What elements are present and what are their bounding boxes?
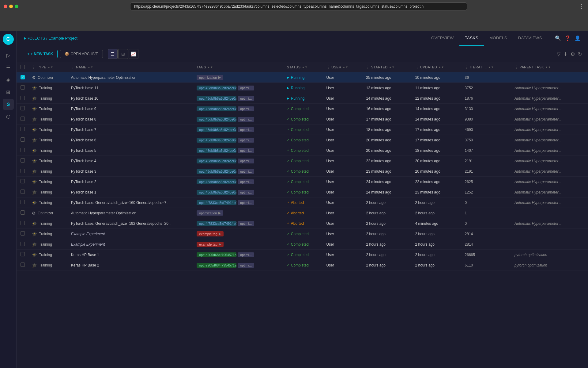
row-parent-task-cell[interactable]: Automatic Hyperparameter ... (511, 114, 588, 125)
tag-badge[interactable]: optimi... (238, 106, 254, 111)
row-checkbox-cell[interactable] (17, 229, 29, 239)
row-name-cell[interactable]: Keras HP Base 1 (68, 250, 194, 260)
row-parent-task-cell[interactable]: pytorch optimization (511, 260, 588, 270)
col-options-user-icon[interactable]: ⋮ (326, 65, 330, 69)
row-checkbox-cell[interactable] (17, 93, 29, 104)
sidebar-item-models[interactable]: ⊞ (3, 86, 14, 98)
tag-badge[interactable]: optimization ▶ (197, 75, 223, 80)
tab-overview[interactable]: OVERVIEW (426, 31, 459, 46)
row-parent-task-cell[interactable]: Automatic Hyperparameter ... (511, 218, 588, 229)
row-checkbox[interactable] (21, 263, 25, 267)
maximize-window-button[interactable] (15, 5, 18, 8)
open-archive-button[interactable]: 📦 OPEN ARCHIVE (60, 50, 103, 58)
row-parent-task-cell[interactable]: Automatic Hyperparameter ... (511, 83, 588, 93)
row-parent-task-cell[interactable]: Automatic Hyperparameter ... (511, 145, 588, 156)
header-name[interactable]: ⋮ NAME ▲▼ (68, 62, 194, 72)
row-checkbox-cell[interactable] (17, 145, 29, 156)
row-checkbox-cell[interactable] (17, 156, 29, 166)
header-tags[interactable]: TAGS ▲▼ (194, 62, 284, 72)
row-name-cell[interactable]: PyTorch base 8 (68, 114, 194, 125)
row-parent-task-cell[interactable]: Automatic Hyperparameter ... (511, 156, 588, 166)
breadcrumb-project-name[interactable]: Example Project (48, 36, 77, 40)
tag-badge[interactable]: opt: 48db0b8a6c824ce0ab06... (197, 127, 236, 132)
row-parent-task-cell[interactable]: Automatic Hyperparameter ... (511, 125, 588, 135)
search-icon[interactable]: 🔍 (555, 35, 561, 41)
tag-badge[interactable]: opt: 48db0b8a6c824ce0ab06... (197, 96, 236, 101)
tag-badge[interactable]: optimi... (238, 86, 254, 90)
row-parent-task-cell[interactable] (511, 229, 588, 239)
tag-badge[interactable]: optimi... (238, 263, 254, 268)
close-window-button[interactable] (4, 5, 7, 8)
row-name-cell[interactable]: PyTorch base 7 (68, 125, 194, 135)
row-checkbox-cell[interactable] (17, 114, 29, 125)
row-parent-task-cell[interactable] (511, 208, 588, 218)
tag-badge[interactable]: optimi... (238, 200, 254, 205)
sidebar-item-datasets[interactable]: ◈ (3, 74, 14, 85)
new-task-button[interactable]: + + NEW TASK (23, 50, 58, 58)
header-type[interactable]: ⋮ TYPE ▲▼ (29, 62, 68, 72)
app-logo[interactable]: C (3, 34, 14, 45)
row-checkbox-cell[interactable] (17, 135, 29, 145)
row-checkbox[interactable] (21, 106, 25, 110)
row-checkbox-cell[interactable] (17, 208, 29, 218)
col-options-parent-icon[interactable]: ⋮ (514, 65, 518, 69)
row-name-cell[interactable]: Automatic Hyperparameter Optimization (68, 208, 194, 218)
url-bar[interactable]: https://app.clear.ml/projects/2043a1657f… (130, 2, 467, 10)
row-checkbox-cell[interactable]: ✓ (17, 72, 29, 83)
row-parent-task-cell[interactable]: Automatic Hyperparameter ... (511, 197, 588, 208)
settings-icon[interactable]: ⚙ (571, 51, 575, 57)
header-user[interactable]: ⋮ USER ▲▼ (323, 62, 363, 72)
row-checkbox-cell[interactable] (17, 250, 29, 260)
select-all-checkbox[interactable] (21, 65, 25, 69)
filter-icon[interactable]: ▽ (557, 51, 560, 57)
row-checkbox[interactable] (21, 169, 25, 173)
minimize-window-button[interactable] (9, 5, 13, 8)
row-checkbox-cell[interactable] (17, 177, 29, 187)
tag-badge[interactable]: optimi... (238, 159, 254, 163)
row-parent-task-cell[interactable]: Automatic Hyperparameter ... (511, 166, 588, 177)
tag-badge[interactable]: optimi... (238, 169, 254, 174)
header-status[interactable]: STATUS ▲▼ (284, 62, 323, 72)
header-select-all[interactable] (17, 62, 29, 72)
tab-dataviews[interactable]: DATAVIEWS (513, 31, 548, 46)
row-name-cell[interactable]: PyTorch base 11 (68, 83, 194, 93)
header-started[interactable]: ⋮ STARTED ▲▼ (363, 62, 412, 72)
row-name-cell[interactable]: PyTorch base 3 (68, 166, 194, 177)
sidebar-item-integrations[interactable]: ⬡ (3, 111, 14, 122)
tag-badge[interactable]: opt: 4f7833ca5fd74914a0311... (197, 200, 236, 205)
refresh-icon[interactable]: ↻ (578, 51, 582, 57)
row-name-cell[interactable]: PyTorch base 4 (68, 156, 194, 166)
tag-badge[interactable]: opt: 48db0b8a6c824ce0ab06... (197, 159, 236, 163)
tab-models[interactable]: MODELS (484, 31, 513, 46)
row-parent-task-cell[interactable]: Automatic Hyperparameter ... (511, 177, 588, 187)
row-checkbox[interactable] (21, 127, 25, 131)
row-checkbox[interactable] (21, 210, 25, 215)
col-options-icon[interactable]: ⋮ (32, 65, 36, 69)
tab-tasks[interactable]: TASKS (459, 31, 484, 46)
tag-badge[interactable]: opt: 48db0b8a6c824ce0ab06d... (197, 148, 236, 153)
list-view-button[interactable]: ☰ (108, 49, 118, 59)
tag-badge[interactable]: optimi... (238, 138, 254, 143)
row-checkbox[interactable] (21, 137, 25, 142)
row-name-cell[interactable]: Example Experiment (68, 239, 194, 250)
tag-badge[interactable]: opt: 48db0b8a6c824ce0ab06... (197, 106, 236, 111)
sidebar-item-tasks[interactable]: ☰ (3, 62, 14, 73)
header-updated[interactable]: ⋮ UPDATED ▲▼ (412, 62, 462, 72)
row-name-cell[interactable]: Automatic Hyperparameter Optimization (68, 72, 194, 83)
tag-badge[interactable]: optimization ▶ (197, 210, 223, 216)
tag-badge[interactable]: opt: 48db0b8a6c824ce0ab06... (197, 86, 236, 90)
row-checkbox-cell[interactable] (17, 187, 29, 197)
row-checkbox-cell[interactable] (17, 166, 29, 177)
sidebar-item-settings[interactable]: ⚙ (3, 99, 14, 110)
tag-badge[interactable]: example tag ▶ (197, 242, 224, 247)
row-checkbox-cell[interactable] (17, 197, 29, 208)
row-checkbox-cell[interactable] (17, 104, 29, 114)
row-checkbox[interactable] (21, 200, 25, 204)
row-checkbox[interactable] (21, 242, 25, 246)
row-checkbox[interactable] (21, 231, 25, 236)
tag-badge[interactable]: example tag ▶ (197, 231, 224, 236)
tag-badge[interactable]: opt: 48db0b8a6c824ce0ab06... (197, 190, 236, 195)
row-parent-task-cell[interactable] (511, 239, 588, 250)
tag-badge[interactable]: optimi... (238, 221, 254, 226)
tag-badge[interactable]: optimi... (238, 127, 254, 132)
